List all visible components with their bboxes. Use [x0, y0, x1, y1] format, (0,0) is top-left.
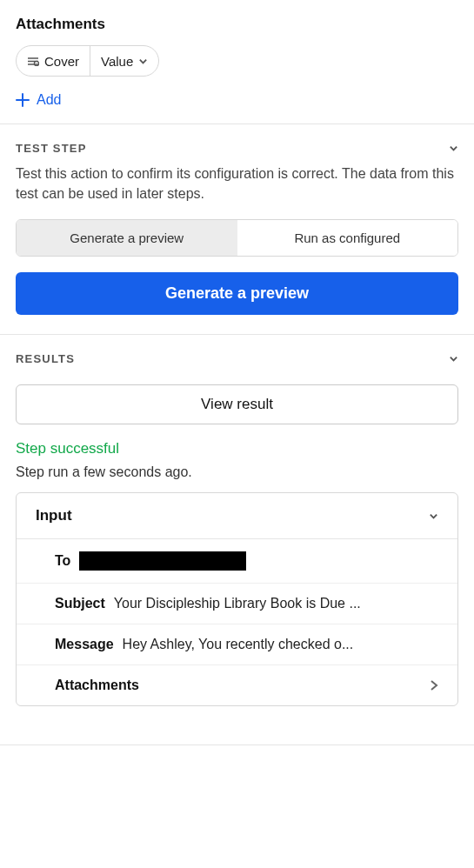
test-mode-toggle: Generate a preview Run as configured [16, 219, 458, 257]
input-card: Input To Subject Your Discipleship Libra… [16, 492, 458, 706]
status-text: Step successful [16, 440, 458, 457]
run-as-configured-option[interactable]: Run as configured [237, 220, 458, 256]
test-step-header: TEST STEP [16, 142, 87, 155]
redacted-email [79, 551, 246, 571]
generate-preview-button[interactable]: Generate a preview [16, 272, 458, 315]
cover-segment[interactable]: Cover [17, 46, 90, 76]
view-result-button[interactable]: View result [16, 384, 458, 424]
value-segment[interactable]: Value [90, 46, 158, 76]
subject-label: Subject [55, 596, 105, 611]
value-label: Value [101, 54, 133, 69]
chevron-down-icon [429, 511, 438, 521]
input-row-subject: Subject Your Discipleship Library Book i… [17, 584, 457, 624]
to-label: To [55, 553, 70, 569]
cover-label: Cover [44, 54, 79, 69]
message-label: Message [55, 637, 114, 652]
chevron-down-icon [449, 354, 458, 364]
results-header-row[interactable]: RESULTS [16, 352, 458, 365]
input-header-label: Input [36, 507, 72, 524]
chevron-down-icon [449, 144, 458, 153]
chevron-down-icon [138, 57, 148, 66]
add-button[interactable]: Add [16, 92, 61, 108]
message-value: Hey Ashley, You recently checked o... [123, 637, 354, 652]
add-label: Add [37, 92, 61, 108]
cover-value-chip[interactable]: Cover Value [16, 45, 159, 77]
chevron-right-icon [430, 679, 438, 691]
results-header: RESULTS [16, 352, 75, 365]
test-step-description: Test this action to confirm its configur… [16, 164, 458, 204]
input-header[interactable]: Input [17, 493, 457, 539]
timestamp-text: Step run a few seconds ago. [16, 464, 458, 480]
plus-icon [16, 93, 30, 107]
input-row-to: To [17, 539, 457, 584]
attachments-row-label: Attachments [55, 678, 139, 693]
grid-lines-icon [27, 57, 39, 66]
subject-value: Your Discipleship Library Book is Due ..… [114, 596, 361, 611]
input-row-message: Message Hey Ashley, You recently checked… [17, 624, 457, 665]
test-step-header-row[interactable]: TEST STEP [16, 142, 458, 155]
input-row-attachments[interactable]: Attachments [17, 665, 457, 705]
generate-preview-option[interactable]: Generate a preview [17, 220, 237, 256]
attachments-title: Attachments [16, 16, 458, 33]
